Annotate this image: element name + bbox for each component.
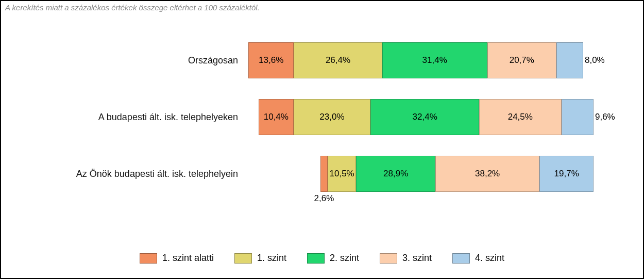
legend-label: 1. szint alatti <box>162 253 214 264</box>
legend-label: 1. szint <box>257 253 286 264</box>
plot-area: Országosan13,6%26,4%31,4%20,7%8,0%A buda… <box>32 42 612 221</box>
chart-row: Az Önök budapesti ált. isk. telephelyein… <box>32 156 612 192</box>
bar-segment: 2,6% <box>320 156 328 192</box>
segment-value-label: 31,4% <box>422 55 447 65</box>
legend-swatch <box>380 253 397 264</box>
legend-label: 2. szint <box>330 253 359 264</box>
bar-segment: 9,6% <box>562 99 594 135</box>
segment-value-label: 19,7% <box>554 169 579 179</box>
bar-track: 13,6%26,4%31,4%20,7%8,0% <box>248 42 612 78</box>
bar-segment: 8,0% <box>556 42 583 78</box>
bar-segment: 24,5% <box>479 99 561 135</box>
legend-item: 3. szint <box>380 253 432 264</box>
segment-value-label: 10,4% <box>264 112 289 122</box>
bar-track: 2,6%10,5%28,9%38,2%19,7% <box>248 156 612 192</box>
stacked-bar: 13,6%26,4%31,4%20,7%8,0% <box>248 42 583 78</box>
chart-row: A budapesti ált. isk. telephelyeken10,4%… <box>32 99 612 135</box>
bar-segment: 19,7% <box>539 156 594 192</box>
legend-swatch <box>234 253 252 264</box>
bar-segment: 31,4% <box>382 42 487 78</box>
bar-segment: 10,5% <box>328 156 357 192</box>
chart-frame: A kerekítés miatt a százalékos értékek ö… <box>0 0 644 279</box>
bar-segment: 10,4% <box>259 99 294 135</box>
legend-label: 3. szint <box>402 253 432 264</box>
bar-segment: 32,4% <box>370 99 479 135</box>
legend-label: 4. szint <box>475 253 504 264</box>
bar-segment: 13,6% <box>248 42 294 78</box>
segment-value-label: 28,9% <box>383 169 408 179</box>
legend: 1. szint alatti1. szint2. szint3. szint4… <box>1 253 643 264</box>
legend-swatch <box>140 253 157 264</box>
stacked-bar: 2,6%10,5%28,9%38,2%19,7% <box>320 156 594 192</box>
legend-item: 1. szint <box>234 253 286 264</box>
legend-item: 1. szint alatti <box>140 253 214 264</box>
chart-row: Országosan13,6%26,4%31,4%20,7%8,0% <box>32 42 612 78</box>
segment-value-label: 13,6% <box>259 55 283 65</box>
segment-value-label: 2,6% <box>314 193 334 204</box>
segment-value-label: 26,4% <box>326 55 350 65</box>
category-label: A budapesti ált. isk. telephelyeken <box>32 112 248 123</box>
stacked-bar: 10,4%23,0%32,4%24,5%9,6% <box>259 99 594 135</box>
bar-segment: 23,0% <box>294 99 371 135</box>
legend-swatch <box>452 253 470 264</box>
bar-segment: 28,9% <box>356 156 435 192</box>
rounding-note: A kerekítés miatt a százalékos értékek ö… <box>5 3 260 12</box>
category-label: Országosan <box>32 55 248 66</box>
bar-segment: 20,7% <box>487 42 556 78</box>
bar-segment: 38,2% <box>435 156 540 192</box>
segment-value-label: 20,7% <box>510 55 534 65</box>
segment-value-label: 8,0% <box>585 55 605 65</box>
legend-item: 4. szint <box>452 253 504 264</box>
segment-value-label: 24,5% <box>508 112 533 122</box>
legend-item: 2. szint <box>307 253 359 264</box>
segment-value-label: 9,6% <box>595 112 615 122</box>
segment-value-label: 38,2% <box>475 169 500 179</box>
segment-value-label: 23,0% <box>319 112 344 122</box>
segment-value-label: 10,5% <box>330 169 354 179</box>
bar-segment: 26,4% <box>294 42 382 78</box>
category-label: Az Önök budapesti ált. isk. telephelyein <box>32 169 248 179</box>
bar-track: 10,4%23,0%32,4%24,5%9,6% <box>248 99 612 135</box>
legend-swatch <box>307 253 325 264</box>
segment-value-label: 32,4% <box>413 112 437 122</box>
